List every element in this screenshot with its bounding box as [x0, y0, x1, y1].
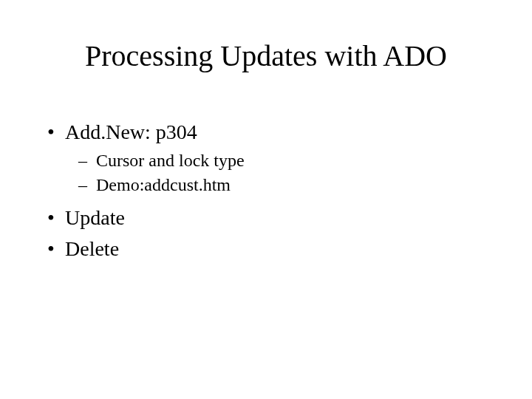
bullet-level2: Cursor and lock type — [44, 149, 488, 172]
bullet-level1: Delete — [44, 235, 488, 263]
slide: Processing Updates with ADO Add.New: p30… — [0, 0, 532, 399]
bullet-level1: Update — [44, 204, 488, 232]
slide-title: Processing Updates with ADO — [0, 38, 532, 73]
bullet-level1: Add.New: p304 — [44, 118, 488, 146]
slide-body: Add.New: p304 Cursor and lock type Demo:… — [44, 118, 488, 266]
bullet-level2: Demo:addcust.htm — [44, 174, 488, 197]
spacer — [44, 198, 488, 204]
